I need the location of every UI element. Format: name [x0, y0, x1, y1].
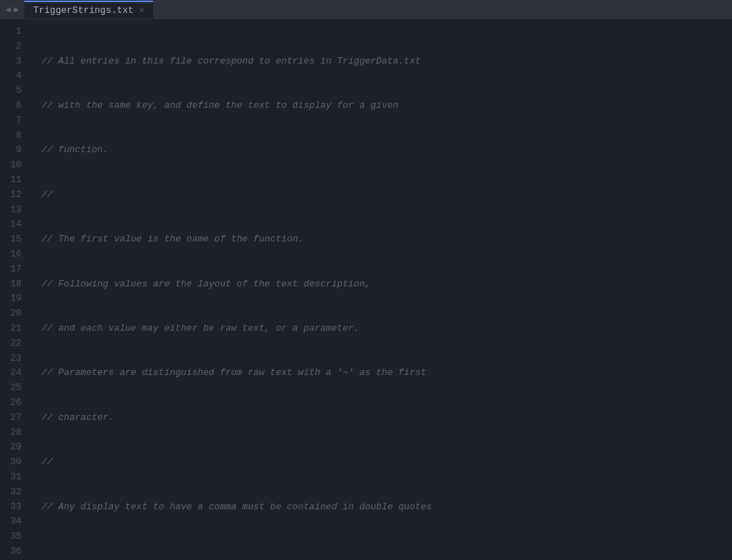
- ln-28: 28: [0, 426, 21, 441]
- ln-33: 33: [0, 500, 21, 515]
- ln-5: 5: [0, 84, 21, 99]
- line-5: // The first value is the name of the fu…: [41, 232, 732, 247]
- line-4: //: [41, 188, 732, 203]
- ln-19: 19: [0, 291, 21, 306]
- file-tab[interactable]: TriggerStrings.txt ×: [24, 1, 152, 19]
- tab-close-button[interactable]: ×: [139, 6, 144, 15]
- ln-32: 32: [0, 485, 21, 500]
- line-12: [41, 544, 732, 559]
- ln-6: 6: [0, 99, 21, 114]
- ln-2: 2: [0, 39, 21, 54]
- ln-24: 24: [0, 366, 21, 381]
- ln-15: 15: [0, 232, 21, 247]
- ln-1: 1: [0, 24, 21, 39]
- line-8: // Parameters are distinguished from raw…: [41, 366, 732, 381]
- ln-30: 30: [0, 455, 21, 470]
- ln-26: 26: [0, 396, 21, 411]
- ln-35: 35: [0, 529, 21, 544]
- line-6: // Following values are the layout of th…: [41, 277, 732, 292]
- titlebar: ◀ ▶ TriggerStrings.txt ×: [0, 0, 732, 20]
- ln-11: 11: [0, 173, 21, 188]
- ln-27: 27: [0, 411, 21, 426]
- ln-4: 4: [0, 69, 21, 84]
- ln-20: 20: [0, 306, 21, 321]
- ln-14: 14: [0, 217, 21, 232]
- ln-25: 25: [0, 381, 21, 396]
- ln-7: 7: [0, 114, 21, 129]
- line-2: // with the same key, and define the tex…: [41, 99, 732, 114]
- ln-13: 13: [0, 203, 21, 218]
- ln-34: 34: [0, 514, 21, 529]
- ln-9: 9: [0, 143, 21, 158]
- ln-16: 16: [0, 247, 21, 262]
- ln-31: 31: [0, 470, 21, 485]
- next-tab-arrow[interactable]: ▶: [14, 4, 19, 15]
- ln-10: 10: [0, 158, 21, 173]
- ln-3: 3: [0, 54, 21, 69]
- ln-29: 29: [0, 440, 21, 455]
- tab-filename: TriggerStrings.txt: [33, 5, 133, 16]
- line-3: // function.: [41, 143, 732, 158]
- prev-tab-arrow[interactable]: ◀: [6, 4, 11, 15]
- line-1: // All entries in this file correspond t…: [41, 54, 732, 69]
- line-7: // and each value may either be raw text…: [41, 321, 732, 336]
- ln-8: 8: [0, 129, 21, 144]
- ln-21: 21: [0, 321, 21, 336]
- line-9: // character.: [41, 411, 732, 426]
- ln-18: 18: [0, 277, 21, 292]
- code-content[interactable]: // All entries in this file correspond t…: [30, 20, 732, 560]
- editor-area: 1 2 3 4 5 6 7 8 9 10 11 12 13 14 15 16 1…: [0, 20, 732, 560]
- ln-22: 22: [0, 336, 21, 351]
- ln-17: 17: [0, 262, 21, 277]
- line-11: // Any display text to have a comma must…: [41, 500, 732, 515]
- ln-23: 23: [0, 351, 21, 366]
- ln-12: 12: [0, 188, 21, 203]
- ln-36: 36: [0, 544, 21, 559]
- line-numbers: 1 2 3 4 5 6 7 8 9 10 11 12 13 14 15 16 1…: [0, 20, 30, 560]
- line-10: //: [41, 455, 732, 470]
